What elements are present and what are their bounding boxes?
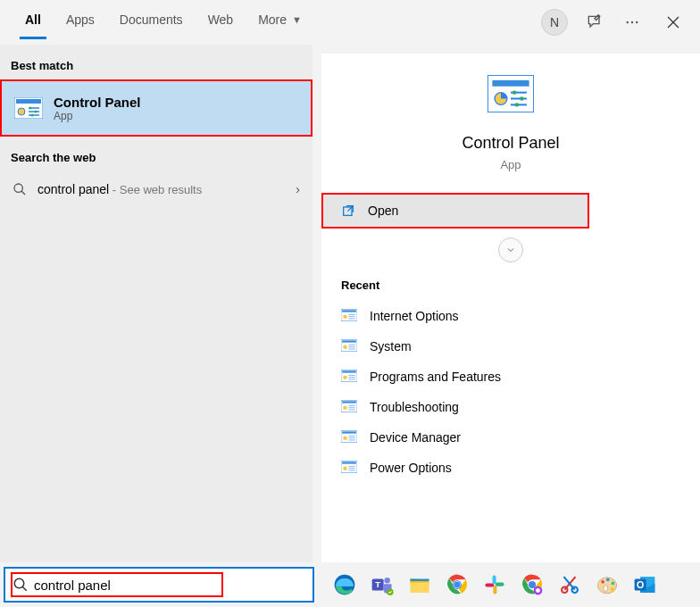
recent-item-label: Device Manager (370, 430, 461, 445)
svg-point-91 (611, 587, 614, 591)
svg-point-62 (14, 578, 24, 588)
svg-point-24 (515, 103, 519, 106)
taskbar-chrome-icon[interactable] (443, 570, 471, 599)
expand-row (321, 229, 700, 271)
svg-text:O: O (637, 579, 644, 590)
search-icon (12, 182, 27, 196)
svg-point-80 (529, 581, 536, 588)
detail-icon (488, 75, 534, 112)
tab-all[interactable]: All (12, 12, 54, 39)
svg-point-74 (454, 582, 461, 588)
results-pane: Best match Control Panel App Search the … (0, 45, 312, 562)
recent-item-label: Internet Options (370, 309, 459, 323)
svg-point-2 (636, 21, 638, 23)
taskbar: TO (314, 570, 700, 599)
recent-item-label: Troubleshooting (370, 400, 459, 414)
svg-point-46 (343, 405, 347, 410)
search-web-header: Search the web (0, 137, 312, 171)
svg-point-58 (343, 466, 347, 470)
svg-line-63 (22, 586, 27, 591)
recent-item[interactable]: Internet Options (321, 301, 700, 331)
tab-more-label: More (258, 12, 287, 27)
tab-apps[interactable]: Apps (54, 12, 107, 39)
bottom-bar: TO (0, 562, 700, 607)
recent-item-label: System (370, 339, 412, 353)
more-options-icon[interactable] (621, 12, 643, 33)
svg-point-11 (29, 107, 32, 110)
control-panel-icon (341, 461, 357, 476)
taskbar-paint-icon[interactable] (593, 570, 621, 599)
recent-item[interactable]: Power Options (321, 453, 700, 483)
taskbar-outlook-icon[interactable]: O (630, 570, 659, 599)
svg-point-7 (18, 108, 25, 115)
svg-rect-33 (342, 340, 356, 342)
svg-point-34 (343, 345, 347, 349)
svg-rect-27 (342, 310, 356, 312)
tab-web[interactable]: Web (196, 12, 246, 39)
control-panel-icon (14, 97, 43, 119)
svg-rect-39 (342, 370, 356, 372)
user-avatar[interactable]: N (541, 9, 568, 36)
svg-rect-17 (492, 80, 529, 87)
recent-item[interactable]: Programs and Features (321, 362, 700, 392)
tab-documents[interactable]: Documents (107, 12, 196, 39)
feedback-icon[interactable] (584, 12, 605, 33)
recent-item[interactable]: System (321, 331, 700, 362)
detail-header: Control Panel App (321, 54, 700, 193)
control-panel-icon (341, 430, 357, 445)
tab-more[interactable]: More ▼ (246, 12, 314, 39)
svg-point-67 (384, 578, 390, 584)
taskbar-chrome-canary-icon[interactable] (518, 570, 546, 599)
control-panel-icon (341, 400, 357, 415)
taskbar-edge-icon[interactable] (330, 570, 359, 599)
recent-item-label: Power Options (370, 461, 452, 475)
svg-point-14 (14, 184, 22, 192)
main-content: Best match Control Panel App Search the … (0, 45, 700, 562)
open-action[interactable]: Open (321, 193, 589, 229)
svg-point-52 (343, 436, 347, 440)
search-icon (12, 577, 29, 593)
svg-point-13 (31, 114, 34, 117)
recent-item[interactable]: Troubleshooting (321, 392, 700, 422)
chevron-down-icon (505, 245, 516, 255)
svg-rect-57 (342, 461, 356, 463)
svg-rect-78 (485, 583, 494, 586)
svg-point-92 (604, 586, 608, 592)
best-match-text: Control Panel App (54, 95, 141, 122)
control-panel-icon (341, 309, 357, 324)
tabs-left: All Apps Documents Web More ▼ (12, 0, 314, 45)
svg-point-40 (343, 375, 347, 379)
search-box[interactable] (4, 567, 314, 603)
svg-point-82 (536, 588, 540, 593)
chevron-down-icon: ▼ (292, 14, 302, 25)
tabs-right: N (541, 8, 695, 37)
recent-item-label: Programs and Features (370, 370, 501, 384)
control-panel-icon (341, 370, 357, 385)
web-result-query: control panel (38, 182, 109, 196)
web-result-item[interactable]: control panel - See web results › (0, 171, 312, 207)
taskbar-teams-icon[interactable]: T (368, 570, 396, 599)
svg-point-12 (35, 111, 38, 113)
best-match-item[interactable]: Control Panel App (0, 79, 312, 137)
search-input[interactable] (29, 578, 305, 593)
recent-header: Recent (321, 271, 700, 301)
svg-point-22 (512, 90, 516, 94)
close-button[interactable] (659, 8, 688, 37)
svg-rect-6 (16, 99, 41, 104)
svg-point-89 (606, 578, 610, 581)
taskbar-snip-icon[interactable] (555, 570, 584, 599)
svg-line-15 (21, 191, 25, 195)
recent-item[interactable]: Device Manager (321, 422, 700, 453)
expand-button[interactable] (498, 237, 523, 262)
svg-rect-69 (410, 583, 429, 593)
svg-rect-76 (496, 583, 504, 586)
svg-point-68 (387, 588, 393, 595)
svg-point-1 (631, 21, 633, 23)
best-match-title: Control Panel (54, 95, 141, 110)
svg-point-0 (627, 21, 629, 23)
taskbar-file-explorer-icon[interactable] (405, 570, 434, 599)
taskbar-slack-icon[interactable] (480, 570, 509, 599)
svg-rect-45 (342, 401, 356, 403)
best-match-header: Best match (0, 45, 312, 79)
svg-rect-75 (493, 575, 496, 584)
